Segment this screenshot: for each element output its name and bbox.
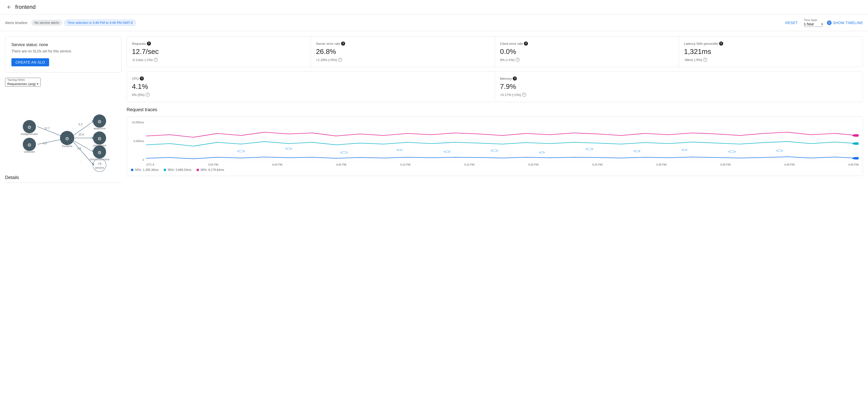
x-label-435: 4:35 PM — [720, 163, 731, 166]
topology-svg: 12.7 0.0 5.3 10.6 0.5 - — [5, 94, 122, 172]
y-mid-label: 5,000ms — [131, 140, 144, 143]
service-status-card: Service status: none There are no SLOs s… — [5, 36, 122, 73]
memory-info-icon[interactable]: ? — [513, 77, 517, 81]
node-frontend-label: frontend — [62, 145, 72, 148]
trace-dot — [682, 149, 687, 151]
x-label-445: 4:45 PM — [848, 163, 859, 166]
chart-legend: 50%: 1,295.36ms 95%: 3,888.53ms 99%: 6,1… — [131, 168, 859, 172]
time-span-wrapper: Time Span 1 hour 6 hours 12 hours 24 hou… — [804, 19, 823, 27]
latency-change-info[interactable]: ? — [703, 58, 707, 62]
show-timeline-button[interactable]: SHOW TIMELINE — [827, 21, 863, 25]
chart-area: UTC-8 3:55 PM 4:00 PM 4:05 PM 4:10 PM 4:… — [146, 121, 859, 166]
edge-label-5-3: 5.3 — [79, 123, 82, 126]
legend-p95-label: 95%: 3,888.53ms — [167, 168, 191, 172]
requests-title: Requests ? — [132, 41, 306, 46]
requests-value: 12.7/sec — [132, 48, 306, 56]
service-status-title: Service status: none — [11, 42, 115, 47]
edge-frontend-checkout — [72, 140, 93, 152]
right-panel: Requests ? 12.7/sec -0.1/sec (-1%) ? Ser… — [127, 36, 863, 183]
topology-graph: 12.7 0.0 5.3 10.6 0.5 - — [5, 94, 122, 173]
cpu-change: 0% (0%) ? — [132, 93, 490, 97]
requests-info-icon[interactable]: ? — [147, 41, 151, 46]
trace-dot — [238, 150, 244, 152]
edge-unknown-frontend — [37, 139, 62, 144]
latency-info-icon[interactable]: ? — [719, 41, 723, 46]
server-error-change: +1.28% (+5%) ? — [316, 58, 490, 62]
main-layout: Service status: none There are no SLOs s… — [0, 31, 868, 188]
x-label-400: 4:00 PM — [272, 163, 282, 166]
chart-container: 10,000ms 5,000ms 0 — [131, 121, 859, 172]
topology-metric-label: Topology Metric — [7, 79, 38, 81]
alerts-label: Alerts timeline — [5, 21, 27, 25]
create-slo-button[interactable]: CREATE AN SLO — [11, 58, 49, 66]
timeline-icon — [827, 21, 832, 25]
node-plus5-label: +5 — [98, 162, 101, 165]
alerts-bar: Alerts timeline No service alerts Time s… — [0, 14, 868, 31]
node-adservice-label: adservice — [93, 127, 105, 130]
x-axis: UTC-8 3:55 PM 4:00 PM 4:05 PM 4:10 PM 4:… — [146, 163, 859, 166]
reset-button[interactable]: RESET — [785, 21, 798, 25]
cpu-value: 4.1% — [132, 83, 490, 91]
x-label-440: 4:40 PM — [784, 163, 795, 166]
cpu-card: CPU ? 4.1% 0% (0%) ? — [127, 71, 495, 102]
client-error-change: 0% (+1%) ? — [500, 58, 674, 62]
show-timeline-label: SHOW TIMELINE — [833, 21, 863, 25]
legend-p50-label: 50%: 1,295.36ms — [135, 168, 158, 172]
time-span-select-container[interactable]: 1 hour 6 hours 12 hours 24 hours ▾ — [804, 22, 823, 27]
x-label-355: 3:55 PM — [208, 163, 218, 166]
topology-dropdown-icon: ▾ — [37, 82, 38, 86]
memory-change-info[interactable]: ? — [522, 93, 526, 97]
memory-card: Memory ? 7.9% +0.17% (+2%) ? — [495, 71, 863, 102]
client-error-value: 0.0% — [500, 48, 674, 56]
trace-dot — [286, 148, 291, 150]
details-title: Details — [5, 175, 122, 183]
client-error-rate-card: Client error rate ? 0.0% 0% (+1%) ? — [495, 36, 679, 67]
trace-dot — [586, 148, 592, 150]
cpu-info-icon[interactable]: ? — [140, 77, 144, 81]
edge-label-0-0: 0.0 — [43, 142, 47, 145]
back-button[interactable] — [5, 3, 13, 11]
client-error-info-icon[interactable]: ? — [524, 41, 528, 46]
edge-loadgenerator-frontend — [37, 127, 62, 136]
y-axis: 10,000ms 5,000ms 0 — [131, 121, 146, 161]
node-adservice-icon: ⚙ — [97, 119, 101, 124]
p95-line — [146, 142, 859, 146]
x-label-405: 4:05 PM — [336, 163, 346, 166]
x-label-430: 4:30 PM — [656, 163, 666, 166]
p99-line — [146, 132, 859, 137]
x-label-425: 4:25 PM — [592, 163, 602, 166]
node-cartservice-icon: ⚙ — [97, 136, 101, 141]
traces-title: Request traces — [127, 107, 863, 113]
topology-metric-select[interactable]: Requests/sec (avg) ▾ — [7, 82, 38, 86]
details-section: Details — [5, 175, 122, 183]
p95-end-dot — [852, 142, 859, 145]
server-error-change-info[interactable]: ? — [338, 58, 342, 62]
trace-dot — [491, 150, 498, 152]
memory-title: Memory ? — [500, 77, 858, 81]
x-label-420: 4:20 PM — [528, 163, 538, 166]
node-loadgenerator-label: loadgenerator — [21, 132, 38, 135]
client-error-change-info[interactable]: ? — [516, 58, 520, 62]
legend-p50-dot — [131, 169, 133, 171]
time-selection-badge: Time selection is 3:46 PM to 4:46 PM GMT… — [64, 20, 136, 26]
latency-card: Latency 50th percentile ? 1,321ms -68ms … — [679, 36, 863, 67]
legend-p95: 95%: 3,888.53ms — [163, 168, 191, 172]
left-panel: Service status: none There are no SLOs s… — [5, 36, 122, 183]
service-status-desc: There are no SLOs set for this service. — [11, 49, 115, 53]
requests-change-info-icon[interactable]: ? — [154, 58, 158, 62]
cpu-change-info[interactable]: ? — [146, 93, 150, 97]
x-label-utc: UTC-8 — [146, 163, 154, 166]
time-span-select[interactable]: 1 hour 6 hours 12 hours 24 hours — [804, 22, 823, 26]
node-plus5-sublabel: services — [95, 167, 104, 169]
server-error-info-icon[interactable]: ? — [341, 41, 345, 46]
legend-p50: 50%: 1,295.36ms — [131, 168, 158, 172]
node-frontend-icon: ⚙ — [65, 136, 69, 141]
server-error-title: Server error rate ? — [316, 41, 490, 46]
node-checkout-icon: ⚙ — [97, 150, 101, 155]
time-span-label: Time Span — [804, 19, 823, 22]
edge-label-10-6: 10.6 — [79, 133, 84, 136]
requests-change: -0.1/sec (-1%) ? — [132, 58, 306, 62]
edge-label-12-7: 12.7 — [44, 127, 50, 130]
node-unknown-icon: ⚙ — [27, 143, 31, 148]
client-error-title: Client error rate ? — [500, 41, 674, 46]
